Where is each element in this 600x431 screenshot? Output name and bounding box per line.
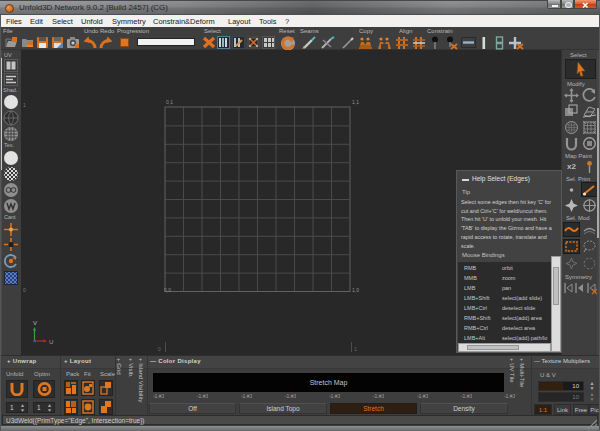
- svg-text:V: V: [33, 320, 37, 326]
- svg-text:U: U: [49, 339, 53, 345]
